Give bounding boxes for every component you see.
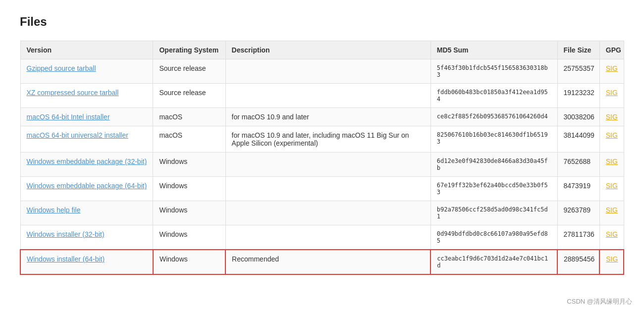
- description-cell: Recommended: [225, 250, 430, 274]
- md5-cell: ce8c2f885f26b0953685761064260d4: [430, 108, 557, 126]
- header-description: Description: [225, 41, 430, 59]
- filesize-cell: 30038206: [557, 108, 599, 126]
- table-row: Windows embeddable package (32-bit)Windo…: [20, 153, 624, 177]
- table-row: Windows embeddable package (64-bit)Windo…: [20, 177, 624, 201]
- table-row: macOS 64-bit Intel installermacOSfor mac…: [20, 108, 624, 126]
- sig-link[interactable]: SIG: [606, 230, 618, 238]
- filesize-cell: 38144099: [557, 126, 599, 153]
- filesize-cell: 28895456: [557, 250, 599, 274]
- md5-cell: 825067610b16b03ec814630df1b65193: [430, 126, 557, 153]
- file-link[interactable]: Gzipped source tarball: [27, 64, 96, 72]
- description-cell: for macOS 10.9 and later: [225, 108, 430, 126]
- file-link[interactable]: macOS 64-bit Intel installer: [27, 113, 110, 121]
- os-cell: Windows: [153, 177, 225, 201]
- filesize-cell: 7652688: [557, 153, 599, 177]
- md5-cell: 6d12e3e0f942830de8466a83d30a45fb: [430, 153, 557, 177]
- os-cell: macOS: [153, 126, 225, 153]
- table-header-row: Version Operating System Description MD5…: [20, 41, 624, 59]
- filesize-cell: 9263789: [557, 201, 599, 225]
- md5-cell: b92a78506ccf258d5ad0d98c341fc5d1: [430, 201, 557, 225]
- os-cell: Source release: [153, 59, 225, 84]
- filesize-cell: 19123232: [557, 84, 599, 108]
- file-link[interactable]: Windows embeddable package (32-bit): [27, 157, 147, 165]
- os-cell: macOS: [153, 108, 225, 126]
- file-link[interactable]: XZ compressed source tarball: [27, 89, 119, 97]
- sig-link[interactable]: SIG: [606, 64, 618, 72]
- table-row: Windows installer (64-bit)WindowsRecomme…: [20, 250, 624, 274]
- os-cell: Source release: [153, 84, 225, 108]
- os-cell: Windows: [153, 225, 225, 250]
- sig-link[interactable]: SIG: [606, 89, 618, 97]
- description-cell: [225, 225, 430, 250]
- os-cell: Windows: [153, 153, 225, 177]
- page-title: Files: [20, 15, 624, 29]
- header-gpg: GPG: [599, 41, 624, 59]
- file-link[interactable]: Windows embeddable package (64-bit): [27, 182, 147, 190]
- os-cell: Windows: [153, 250, 225, 274]
- md5-cell: 67e19ff32b3ef62a40bccd50e33b0f53: [430, 177, 557, 201]
- md5-cell: 0d949bdfdbd0c8c66107a980a95efd85: [430, 225, 557, 250]
- files-table: Version Operating System Description MD5…: [20, 41, 624, 275]
- description-cell: [225, 177, 430, 201]
- header-version: Version: [20, 41, 153, 59]
- sig-link[interactable]: SIG: [606, 131, 618, 139]
- table-row: Windows installer (32-bit)Windows0d949bd…: [20, 225, 624, 250]
- watermark-text: CSDN @清风缘明月心: [567, 297, 632, 305]
- md5-cell: cc3eabc1f9d6c703d1d2a4e7c041bc1d: [430, 250, 557, 274]
- filesize-cell: 8473919: [557, 177, 599, 201]
- sig-link[interactable]: SIG: [606, 206, 618, 214]
- description-cell: for macOS 10.9 and later, including macO…: [225, 126, 430, 153]
- header-md5: MD5 Sum: [430, 41, 557, 59]
- file-link[interactable]: Windows installer (32-bit): [27, 230, 105, 238]
- table-row: Windows help fileWindowsb92a78506ccf258d…: [20, 201, 624, 225]
- description-cell: [225, 153, 430, 177]
- description-cell: [225, 84, 430, 108]
- sig-link[interactable]: SIG: [606, 113, 618, 121]
- file-link[interactable]: Windows installer (64-bit): [27, 255, 105, 263]
- table-row: Gzipped source tarballSource release5f46…: [20, 59, 624, 84]
- description-cell: [225, 59, 430, 84]
- sig-link[interactable]: SIG: [606, 255, 618, 263]
- sig-link[interactable]: SIG: [606, 157, 618, 165]
- table-row: XZ compressed source tarballSource relea…: [20, 84, 624, 108]
- md5-cell: 5f463f30b1fdcb545f156583630318b3: [430, 59, 557, 84]
- table-row: macOS 64-bit universal2 installermacOSfo…: [20, 126, 624, 153]
- header-os: Operating System: [153, 41, 225, 59]
- os-cell: Windows: [153, 201, 225, 225]
- header-filesize: File Size: [557, 41, 599, 59]
- file-link[interactable]: Windows help file: [27, 206, 81, 214]
- filesize-cell: 25755357: [557, 59, 599, 84]
- file-link[interactable]: macOS 64-bit universal2 installer: [27, 131, 128, 139]
- filesize-cell: 27811736: [557, 225, 599, 250]
- md5-cell: fddb060b483bc01850a3f412eea1d954: [430, 84, 557, 108]
- description-cell: [225, 201, 430, 225]
- sig-link[interactable]: SIG: [606, 182, 618, 190]
